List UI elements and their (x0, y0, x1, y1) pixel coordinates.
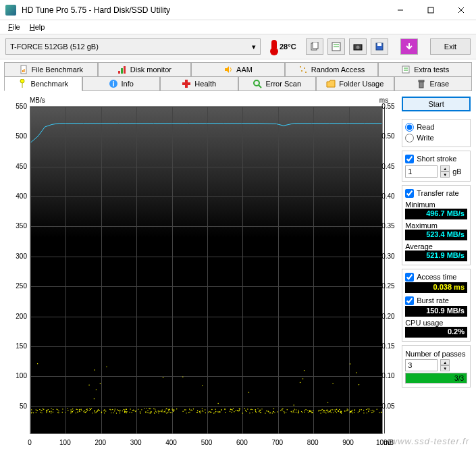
minimize-button[interactable] (385, 0, 415, 20)
write-radio[interactable] (405, 134, 414, 142)
exit-button[interactable]: Exit (430, 38, 471, 55)
tab-info[interactable]: iInfo (82, 76, 161, 91)
svg-point-359 (324, 411, 325, 411)
svg-point-181 (354, 412, 354, 413)
svg-point-232 (256, 412, 257, 413)
menubar: File Help (0, 20, 476, 34)
y-left-tick: 450 (5, 162, 27, 169)
tab-folder-usage[interactable]: Folder Usage (316, 76, 394, 91)
svg-point-225 (232, 409, 233, 410)
svg-rect-17 (121, 68, 123, 74)
svg-point-357 (284, 411, 284, 412)
svg-point-52 (347, 408, 348, 409)
copy-results-button[interactable] (327, 38, 345, 55)
y-left-tick: 150 (5, 342, 27, 349)
svg-point-290 (341, 411, 342, 412)
svg-point-257 (31, 413, 32, 413)
svg-point-81 (96, 389, 97, 390)
svg-point-118 (92, 413, 92, 413)
svg-point-291 (294, 404, 294, 405)
svg-point-336 (189, 412, 190, 413)
svg-point-32 (254, 80, 259, 86)
x-tick: 900 (342, 439, 354, 446)
svg-point-62 (327, 409, 327, 410)
svg-point-249 (70, 413, 71, 413)
tab-extra-tests[interactable]: Extra tests (378, 62, 472, 77)
svg-point-252 (381, 412, 382, 413)
passes-progress: 3/3 (405, 373, 467, 384)
burst-rate-checkbox[interactable] (405, 296, 414, 305)
tab-aam[interactable]: AAM (191, 62, 285, 77)
svg-point-195 (125, 411, 126, 412)
svg-point-43 (199, 411, 200, 412)
svg-point-367 (284, 413, 285, 413)
transfer-rate-checkbox[interactable] (405, 189, 414, 198)
svg-rect-12 (377, 43, 381, 46)
svg-point-423 (144, 408, 144, 408)
svg-point-300 (97, 410, 98, 411)
svg-point-375 (95, 413, 95, 413)
y-left-tick: 300 (5, 252, 27, 259)
tab-random-access[interactable]: Random Access (285, 62, 379, 77)
svg-point-399 (265, 413, 265, 413)
svg-point-209 (341, 413, 342, 413)
svg-point-36 (225, 412, 226, 413)
maximize-button[interactable] (415, 0, 446, 20)
tab-health[interactable]: Health (160, 76, 238, 91)
svg-point-98 (32, 412, 32, 413)
copy-info-button[interactable] (306, 38, 323, 55)
svg-point-364 (373, 411, 374, 411)
tab-file-benchmark[interactable]: File Benchmark (4, 62, 98, 77)
svg-point-112 (302, 378, 303, 379)
svg-point-64 (367, 413, 367, 413)
tab-benchmark[interactable]: Benchmark (4, 76, 82, 91)
svg-point-200 (332, 412, 332, 413)
tab-disk-monitor[interactable]: Disk monitor (98, 62, 192, 77)
svg-point-66 (200, 413, 201, 413)
y-right-tick: 0.50 (381, 132, 396, 140)
short-stroke-checkbox[interactable] (405, 155, 414, 163)
start-button[interactable]: Start (402, 97, 471, 111)
y-left-tick: 550 (5, 103, 27, 110)
read-radio[interactable] (405, 123, 414, 132)
svg-point-74 (261, 408, 262, 409)
temperature-display: 28°C (271, 40, 296, 53)
save-button[interactable] (371, 38, 388, 55)
drive-select[interactable]: T-FORCE 512GB (512 gB) ▾ (5, 38, 261, 55)
svg-rect-14 (22, 70, 24, 72)
menu-help[interactable]: Help (26, 22, 49, 32)
svg-point-144 (282, 408, 283, 409)
svg-point-312 (335, 411, 336, 411)
passes-spinner[interactable]: ▲▼ (440, 359, 450, 371)
passes-input[interactable] (405, 359, 438, 371)
options-button[interactable] (400, 38, 418, 55)
svg-point-122 (168, 411, 169, 412)
svg-point-299 (197, 411, 198, 411)
svg-point-160 (215, 411, 216, 412)
svg-point-155 (85, 412, 86, 413)
svg-point-244 (287, 409, 288, 410)
svg-point-202 (350, 363, 350, 364)
svg-rect-35 (419, 80, 424, 82)
svg-point-428 (94, 369, 95, 370)
svg-point-295 (156, 412, 157, 413)
svg-point-220 (321, 410, 321, 411)
svg-point-19 (300, 66, 301, 68)
svg-point-124 (165, 410, 165, 411)
access-time-checkbox[interactable] (405, 273, 414, 282)
svg-point-390 (132, 410, 133, 411)
tab-error-scan[interactable]: Error Scan (238, 76, 317, 91)
short-stroke-input[interactable] (405, 165, 438, 178)
svg-point-305 (37, 410, 38, 411)
svg-point-282 (237, 410, 238, 411)
screenshot-button[interactable] (349, 38, 367, 55)
menu-file[interactable]: File (4, 22, 24, 32)
short-stroke-spinner[interactable]: ▲▼ (440, 165, 450, 178)
svg-point-199 (320, 410, 321, 411)
tab-erase[interactable]: Erase (394, 76, 473, 91)
close-button[interactable] (446, 0, 476, 20)
svg-point-327 (191, 409, 192, 410)
svg-point-260 (147, 410, 148, 411)
svg-point-48 (171, 408, 172, 409)
svg-point-318 (273, 411, 273, 412)
